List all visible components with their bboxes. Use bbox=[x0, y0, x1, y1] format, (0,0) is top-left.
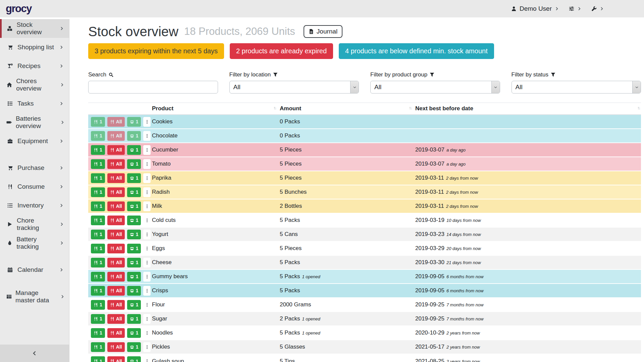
app-logo[interactable]: grocy bbox=[6, 3, 32, 15]
row-menu-button[interactable] bbox=[143, 173, 151, 183]
user-menu[interactable]: Demo User bbox=[511, 5, 559, 12]
status-alert[interactable]: 2 products are already expired bbox=[230, 43, 333, 59]
consume-one-button[interactable]: 1 bbox=[91, 173, 105, 183]
consume-one-button[interactable]: 1 bbox=[91, 187, 105, 197]
sidebar-item-equipment[interactable]: Equipment bbox=[0, 132, 69, 150]
sidebar-item-batteries-overview[interactable]: Batteries overview bbox=[0, 113, 69, 132]
settings-menu[interactable] bbox=[569, 6, 581, 11]
sidebar-item-calendar[interactable]: Calendar bbox=[0, 260, 69, 279]
row-menu-button[interactable] bbox=[143, 272, 151, 282]
location-select[interactable]: All bbox=[229, 81, 359, 94]
row-menu-button[interactable] bbox=[143, 300, 151, 310]
status-alert[interactable]: 3 products expiring within the next 5 da… bbox=[88, 43, 224, 59]
row-menu-button[interactable] bbox=[143, 258, 151, 267]
open-one-button[interactable]: 1 bbox=[127, 300, 141, 310]
sidebar-item-consume[interactable]: Consume bbox=[0, 177, 69, 196]
consume-one-button[interactable]: 1 bbox=[91, 328, 105, 338]
row-menu-button[interactable] bbox=[143, 187, 151, 197]
admin-menu[interactable] bbox=[591, 6, 604, 11]
consume-one-button[interactable]: 1 bbox=[91, 117, 105, 127]
row-menu-button[interactable] bbox=[143, 342, 151, 352]
consume-all-button[interactable]: All bbox=[107, 159, 125, 169]
open-one-button[interactable]: 1 bbox=[127, 356, 141, 362]
consume-one-button[interactable]: 1 bbox=[91, 356, 105, 362]
consume-one-button[interactable]: 1 bbox=[91, 272, 105, 282]
consume-all-button[interactable]: All bbox=[107, 201, 125, 211]
sidebar-item-chore-tracking[interactable]: Chore tracking bbox=[0, 215, 69, 234]
row-menu-button[interactable] bbox=[143, 201, 151, 211]
consume-all-button[interactable]: All bbox=[107, 173, 125, 183]
col-amount[interactable]: Amount ↑↓ bbox=[277, 103, 413, 115]
consume-all-button[interactable]: All bbox=[107, 244, 125, 253]
open-one-button[interactable]: 1 bbox=[127, 258, 141, 267]
open-one-button[interactable]: 1 bbox=[127, 201, 141, 211]
row-menu-button[interactable] bbox=[143, 159, 151, 169]
row-menu-button[interactable] bbox=[143, 328, 151, 338]
consume-all-button[interactable]: All bbox=[107, 272, 125, 282]
consume-all-button[interactable]: All bbox=[107, 216, 125, 225]
consume-one-button[interactable]: 1 bbox=[91, 300, 105, 310]
open-one-button[interactable]: 1 bbox=[127, 159, 141, 169]
consume-one-button[interactable]: 1 bbox=[91, 131, 105, 141]
open-one-button[interactable]: 1 bbox=[127, 286, 141, 296]
consume-one-button[interactable]: 1 bbox=[91, 342, 105, 352]
sidebar-item-inventory[interactable]: Inventory bbox=[0, 196, 69, 215]
open-one-button[interactable]: 1 bbox=[127, 244, 141, 253]
row-menu-button[interactable] bbox=[143, 314, 151, 324]
col-next-best-before-date[interactable]: Next best before date ↑↓ bbox=[413, 103, 641, 115]
consume-all-button[interactable]: All bbox=[107, 117, 125, 127]
consume-all-button[interactable]: All bbox=[107, 342, 125, 352]
consume-all-button[interactable]: All bbox=[107, 300, 125, 310]
product-group-select[interactable]: All bbox=[370, 81, 500, 94]
open-one-button[interactable]: 1 bbox=[127, 230, 141, 239]
open-one-button[interactable]: 1 bbox=[127, 117, 141, 127]
row-menu-button[interactable] bbox=[143, 286, 151, 296]
open-one-button[interactable]: 1 bbox=[127, 145, 141, 155]
sidebar-item-shopping-list[interactable]: Shopping list bbox=[0, 38, 69, 57]
row-menu-button[interactable] bbox=[143, 145, 151, 155]
row-menu-button[interactable] bbox=[143, 244, 151, 253]
sidebar-item-purchase[interactable]: Purchase bbox=[0, 159, 69, 177]
open-one-button[interactable]: 1 bbox=[127, 187, 141, 197]
consume-one-button[interactable]: 1 bbox=[91, 201, 105, 211]
open-one-button[interactable]: 1 bbox=[127, 216, 141, 225]
sidebar-item-chores-overview[interactable]: Chores overview bbox=[0, 75, 69, 94]
open-one-button[interactable]: 1 bbox=[127, 272, 141, 282]
open-one-button[interactable]: 1 bbox=[127, 173, 141, 183]
status-select[interactable]: All bbox=[512, 81, 641, 94]
sidebar-collapse-button[interactable] bbox=[0, 345, 69, 362]
consume-all-button[interactable]: All bbox=[107, 258, 125, 267]
open-one-button[interactable]: 1 bbox=[127, 328, 141, 338]
consume-one-button[interactable]: 1 bbox=[91, 216, 105, 225]
consume-all-button[interactable]: All bbox=[107, 314, 125, 324]
consume-all-button[interactable]: All bbox=[107, 145, 125, 155]
consume-one-button[interactable]: 1 bbox=[91, 159, 105, 169]
row-menu-button[interactable] bbox=[143, 117, 151, 127]
consume-all-button[interactable]: All bbox=[107, 286, 125, 296]
consume-all-button[interactable]: All bbox=[107, 187, 125, 197]
row-menu-button[interactable] bbox=[143, 131, 151, 141]
row-menu-button[interactable] bbox=[143, 230, 151, 239]
consume-one-button[interactable]: 1 bbox=[91, 258, 105, 267]
sidebar-item-recipes[interactable]: Recipes bbox=[0, 57, 69, 75]
open-one-button[interactable]: 1 bbox=[127, 342, 141, 352]
open-one-button[interactable]: 1 bbox=[127, 314, 141, 324]
open-one-button[interactable]: 1 bbox=[127, 131, 141, 141]
consume-all-button[interactable]: All bbox=[107, 230, 125, 239]
sidebar-item-manage-master-data[interactable]: Manage master data bbox=[0, 287, 69, 306]
status-alert[interactable]: 4 products are below defined min. stock … bbox=[339, 43, 494, 59]
search-input[interactable] bbox=[88, 81, 218, 94]
col-product[interactable]: Product ↑↓ bbox=[149, 103, 277, 115]
sidebar-item-stock-overview[interactable]: Stock overview bbox=[0, 19, 69, 38]
consume-one-button[interactable]: 1 bbox=[91, 244, 105, 253]
consume-one-button[interactable]: 1 bbox=[91, 145, 105, 155]
sidebar-item-battery-tracking[interactable]: Battery tracking bbox=[0, 234, 69, 252]
consume-one-button[interactable]: 1 bbox=[91, 314, 105, 324]
consume-one-button[interactable]: 1 bbox=[91, 230, 105, 239]
consume-all-button[interactable]: All bbox=[107, 131, 125, 141]
journal-button[interactable]: Journal bbox=[304, 25, 342, 38]
row-menu-button[interactable] bbox=[143, 216, 151, 225]
consume-one-button[interactable]: 1 bbox=[91, 286, 105, 296]
consume-all-button[interactable]: All bbox=[107, 328, 125, 338]
sidebar-item-tasks[interactable]: Tasks bbox=[0, 94, 69, 113]
